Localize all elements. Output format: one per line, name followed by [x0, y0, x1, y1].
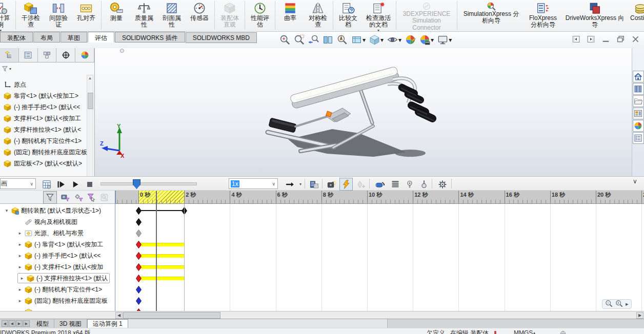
taskpane-design-library-button[interactable] — [633, 83, 644, 95]
ribbon-tab-布局[interactable]: 布局 — [33, 32, 60, 43]
zoom-to-area-button[interactable] — [294, 34, 305, 45]
scroll-right-icon[interactable]: ▶ — [636, 312, 643, 319]
scroll-thumb[interactable] — [88, 93, 93, 109]
motion-tree-item[interactable]: 视向及相机视图 — [0, 216, 115, 227]
motion-tree-item[interactable]: ▸光源、相机与布景 — [0, 227, 115, 239]
change-bar[interactable] — [138, 265, 184, 269]
motion-tree-item[interactable]: ▸(-) 支撑杆推拉块<1> (默认 — [0, 273, 115, 284]
feature-tree-item[interactable]: 支撑杆<1> (默认<按加工 — [0, 113, 87, 124]
taskpane-view-palette-button[interactable] — [633, 108, 644, 119]
expand-arrow-icon[interactable]: ▸ — [17, 231, 23, 236]
stop-button[interactable] — [83, 178, 96, 191]
motion-tree-item[interactable]: ▸ — [0, 306, 115, 311]
display-style-button[interactable]: ▾ — [369, 34, 384, 45]
annotation-views-button[interactable] — [337, 34, 348, 45]
apply-scene-button[interactable]: ▾ — [419, 34, 434, 45]
contact-button[interactable] — [403, 178, 416, 191]
taskpane-file-explorer-button[interactable] — [633, 95, 644, 107]
hide-show-items-button[interactable]: ▾ — [387, 34, 401, 45]
keyframe-gray[interactable] — [136, 229, 142, 237]
motion-tree-item[interactable]: ▸(固定) 翻转推杆底座固定板 — [0, 295, 115, 306]
play-from-start-button[interactable] — [54, 178, 68, 191]
feature-tree-item[interactable]: (-) 翻转机构下定位件<1> — [0, 135, 87, 147]
timeline-playhead[interactable] — [156, 191, 157, 311]
restore-button[interactable] — [616, 35, 625, 45]
dropdown-caret-icon[interactable]: ▾ — [380, 36, 384, 44]
filter-all-button[interactable] — [43, 191, 57, 204]
expand-arrow-icon[interactable]: ▸ — [19, 276, 25, 281]
previous-view-button[interactable] — [308, 34, 319, 45]
keyframe-red[interactable] — [136, 263, 142, 271]
first-tab-button[interactable]: ◀ — [2, 320, 8, 327]
taskpane-custom-properties-button[interactable] — [633, 132, 644, 144]
ribbon-tab-评估[interactable]: 评估 — [88, 32, 114, 43]
expand-arrow-icon[interactable]: ▸ — [17, 264, 23, 269]
view-settings-button[interactable]: ▾ — [437, 34, 452, 45]
slider-thumb[interactable] — [133, 179, 140, 189]
keyframe-blue[interactable] — [136, 286, 142, 294]
timeline-zoom-in-button[interactable]: + — [615, 300, 623, 309]
autokey-button[interactable] — [339, 178, 353, 191]
toolbar-curvature-button[interactable]: 曲率 — [276, 0, 304, 32]
expand-arrow-icon[interactable]: ▸ — [17, 242, 23, 247]
collapse-pane-left-button[interactable] — [572, 35, 580, 45]
units-text[interactable]: MMGS — [514, 329, 533, 334]
taskpane-appearances-button[interactable] — [633, 120, 644, 132]
panel-tab-featuremanager-tree[interactable] — [0, 48, 19, 62]
keyframe-black[interactable] — [136, 207, 142, 215]
close-button[interactable] — [631, 35, 640, 45]
playback-mode-button[interactable] — [283, 178, 296, 191]
filter-selected-button[interactable] — [84, 191, 98, 204]
panel-tab-dimxpertmanager[interactable] — [56, 48, 75, 62]
timeline-pan-button[interactable]: ▸ — [626, 301, 629, 307]
toolbar-design-study-button[interactable]: 设计算例▾ — [0, 0, 14, 32]
view-orientation-button[interactable]: ▾ — [351, 34, 366, 45]
prev-tab-button[interactable]: ◀ — [9, 320, 15, 327]
expand-arrow-icon[interactable]: ▸ — [17, 253, 23, 258]
ribbon-tab-SOLIDWORKS 插件[interactable]: SOLIDWORKS 插件 — [115, 32, 185, 43]
timeline-area[interactable] — [115, 204, 644, 311]
study-type-select[interactable]: 动画∨ — [0, 178, 36, 189]
feature-tree-item[interactable]: 靠背<1> (默认<按加工> — [0, 90, 87, 101]
feature-tree-item[interactable]: (-) 推手手把<1> (默认<< — [0, 101, 87, 113]
timeline-horizontal-scrollbar[interactable]: ◀ ▶ — [0, 311, 644, 319]
motion-tree-item[interactable]: ▸(-) 支撑杆<1> (默认<按加 — [0, 261, 115, 273]
dropdown-caret-icon[interactable]: ▾ — [431, 36, 434, 44]
keyframe-red[interactable] — [136, 275, 142, 282]
toolbar-clearance-verify-button[interactable]: 间隙验证 — [45, 0, 72, 32]
ribbon-tab-草图[interactable]: 草图 — [61, 32, 87, 43]
toolbar-measure-button[interactable]: 测量 — [103, 0, 130, 32]
panel-splitter-handle[interactable] — [120, 49, 124, 53]
last-tab-button[interactable]: ▶ — [23, 320, 30, 327]
calculate-button[interactable] — [40, 178, 53, 191]
filter-animated-button[interactable] — [58, 191, 72, 204]
playback-mode-caret-icon[interactable]: ▾ — [299, 182, 301, 186]
taskpane-home-button[interactable] — [633, 71, 644, 82]
filter-driving-button[interactable] — [72, 191, 86, 204]
panel-tab-configurationmanager[interactable] — [38, 48, 57, 62]
keyframe-red[interactable] — [136, 252, 142, 260]
keyframe-black[interactable] — [136, 218, 142, 226]
keyframe-blue[interactable] — [136, 297, 142, 305]
feature-tree-item[interactable]: (固定) 翻转推杆底座固定板 — [0, 147, 87, 158]
dropdown-caret-icon[interactable]: ▾ — [449, 36, 452, 44]
spring-button[interactable] — [389, 178, 402, 191]
motion-tree-item[interactable]: ▾翻转装配 (默认<显示状态-1>) — [0, 205, 115, 216]
dropdown-caret-icon[interactable]: ▾ — [363, 36, 366, 44]
toolbar-simulationxpress-button[interactable]: SimulationXpress 分析向导 — [458, 0, 524, 32]
dropdown-caret-icon[interactable]: ▾ — [398, 36, 401, 44]
keyframe-red[interactable] — [136, 241, 142, 248]
section-view-button[interactable] — [323, 34, 333, 45]
timeline-ruler[interactable]: 0 秒2 秒4 秒6 秒8 秒10 秒12 秒14 秒16 秒18 秒20 秒2… — [115, 191, 644, 204]
play-button[interactable] — [69, 178, 82, 191]
ribbon-tab-SOLIDWORKS MBD[interactable]: SOLIDWORKS MBD — [186, 32, 257, 43]
filter-caret-icon[interactable]: ▾ — [9, 67, 11, 71]
collapse-motionmanager-button[interactable]: ∨ — [633, 178, 637, 185]
motor-button[interactable] — [373, 178, 387, 191]
toolbar-sensor-button[interactable]: 传感器 — [186, 0, 213, 32]
timeline-position-slider[interactable] — [100, 182, 197, 185]
save-animation-button[interactable] — [308, 178, 321, 191]
toolbar-costing-button[interactable]: Costing — [628, 0, 644, 32]
panel-tab-propertymanager[interactable] — [19, 48, 38, 62]
minimize-button[interactable] — [601, 35, 610, 45]
